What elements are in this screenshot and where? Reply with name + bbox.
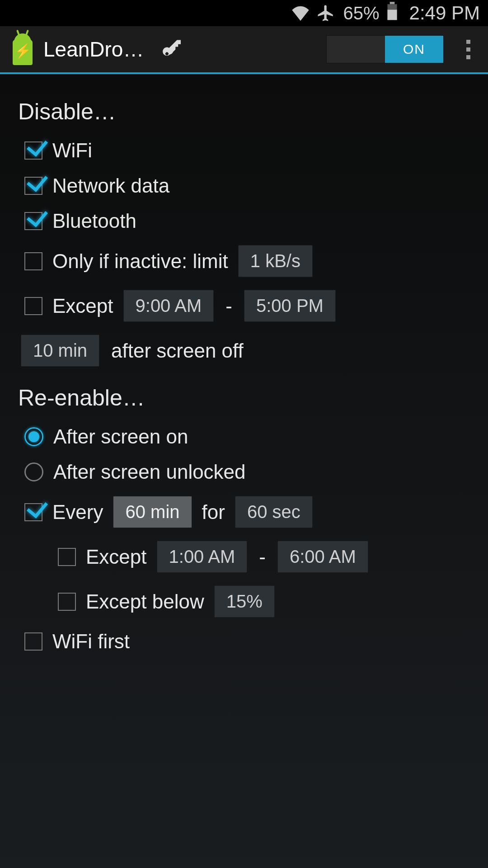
except-below-value[interactable]: 15% xyxy=(214,585,275,618)
reenable-every-row[interactable]: Every 60 min for 60 sec xyxy=(18,490,470,534)
wifi-first-checkbox[interactable] xyxy=(24,632,42,651)
disable-wifi-checkbox[interactable] xyxy=(24,142,42,160)
every-interval-value[interactable]: 60 min xyxy=(113,496,192,528)
after-screen-on-label: After screen on xyxy=(53,425,188,448)
for-duration-value[interactable]: 60 sec xyxy=(235,496,313,528)
screen-off-delay-row: 10 min after screen off xyxy=(18,328,470,373)
master-toggle[interactable]: ON xyxy=(326,35,444,63)
reenable-section-header: Re-enable… xyxy=(18,385,470,411)
disable-network-data-row[interactable]: Network data xyxy=(18,168,470,203)
disable-except-row[interactable]: Except 9:00 AM - 5:00 PM xyxy=(18,283,470,328)
wifi-icon xyxy=(291,5,310,21)
reenable-every-checkbox[interactable] xyxy=(24,503,42,521)
disable-except-start[interactable]: 9:00 AM xyxy=(123,290,214,322)
app-icon: ⚡ xyxy=(10,33,35,65)
key-icon[interactable] xyxy=(156,33,188,65)
reenable-except-end[interactable]: 6:00 AM xyxy=(277,541,368,573)
disable-bluetooth-checkbox[interactable] xyxy=(24,212,42,230)
disable-except-label: Except xyxy=(52,295,113,317)
reenable-except-time-row[interactable]: Except 1:00 AM - 6:00 AM xyxy=(18,534,470,579)
for-label: for xyxy=(202,501,225,524)
disable-network-data-checkbox[interactable] xyxy=(24,177,42,195)
disable-bluetooth-row[interactable]: Bluetooth xyxy=(18,203,470,239)
wifi-first-row[interactable]: WiFi first xyxy=(18,624,470,659)
app-title: LeanDro… xyxy=(43,37,144,61)
disable-bluetooth-label: Bluetooth xyxy=(52,210,136,232)
reenable-except-time-checkbox[interactable] xyxy=(58,548,76,566)
disable-network-data-label: Network data xyxy=(52,175,169,197)
svg-rect-2 xyxy=(387,9,397,20)
disable-except-checkbox[interactable] xyxy=(24,297,42,315)
after-screen-on-radio[interactable] xyxy=(24,427,43,446)
overflow-menu-icon[interactable] xyxy=(455,33,482,65)
only-if-inactive-label: Only if inactive: limit xyxy=(52,250,228,273)
reenable-except-time-label: Except xyxy=(86,546,147,568)
battery-icon xyxy=(386,2,399,25)
disable-wifi-label: WiFi xyxy=(52,139,92,162)
settings-content: Disable… WiFi Network data Bluetooth Onl… xyxy=(0,74,488,672)
screen-off-delay-label: after screen off xyxy=(111,340,244,362)
except-below-checkbox[interactable] xyxy=(58,593,76,611)
dash: - xyxy=(224,295,234,317)
airplane-mode-icon xyxy=(316,4,335,23)
except-below-row[interactable]: Except below 15% xyxy=(18,579,470,624)
only-if-inactive-checkbox[interactable] xyxy=(24,252,42,270)
wifi-first-label: WiFi first xyxy=(52,630,130,653)
toggle-on-label: ON xyxy=(385,36,443,63)
action-bar: ⚡ LeanDro… ON xyxy=(0,26,488,74)
screen-off-delay-value[interactable]: 10 min xyxy=(21,335,99,367)
disable-section-header: Disable… xyxy=(18,99,470,125)
only-if-inactive-row[interactable]: Only if inactive: limit 1 kB/s xyxy=(18,239,470,283)
except-below-label: Except below xyxy=(86,590,204,613)
after-screen-unlocked-label: After screen unlocked xyxy=(53,461,246,483)
disable-wifi-row[interactable]: WiFi xyxy=(18,133,470,168)
inactive-limit-value[interactable]: 1 kB/s xyxy=(238,245,313,277)
battery-percent: 65% xyxy=(343,3,380,24)
status-bar: 65% 2:49 PM xyxy=(0,0,488,26)
svg-rect-0 xyxy=(389,2,394,4)
after-screen-unlocked-row[interactable]: After screen unlocked xyxy=(18,454,470,490)
every-label: Every xyxy=(52,501,103,524)
after-screen-unlocked-radio[interactable] xyxy=(24,462,43,481)
status-time: 2:49 PM xyxy=(409,2,480,24)
after-screen-on-row[interactable]: After screen on xyxy=(18,419,470,454)
dash: - xyxy=(257,546,267,568)
reenable-except-start[interactable]: 1:00 AM xyxy=(157,541,248,573)
disable-except-end[interactable]: 5:00 PM xyxy=(244,290,336,322)
